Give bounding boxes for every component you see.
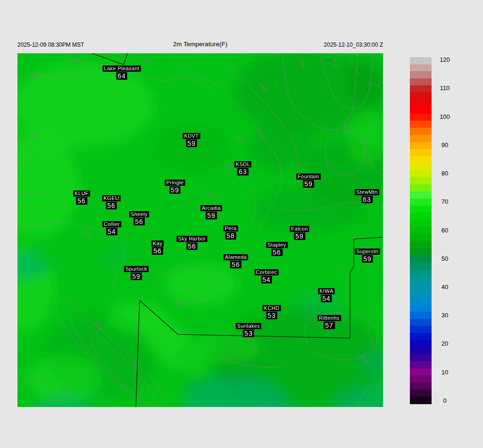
colorbar-band [410,234,432,241]
colorbar-band [410,298,432,305]
colorbar-band [410,149,432,157]
colorbar-tick-label: 20 [434,340,455,348]
weather-map-page: 2025-12-09 08:30PM MST 2m Temperature(F)… [0,0,483,448]
colorbar-band [410,361,432,369]
colorbar: 1201101009080706050403020100 [410,57,432,404]
colorbar-band [410,283,432,291]
colorbar-band [410,199,432,206]
colorbar-band [410,184,432,192]
colorbar-band [410,142,432,149]
colorbar-band [410,347,432,355]
colorbar-band [410,92,432,100]
colorbar-band [410,290,432,298]
colorbar-band [410,85,432,93]
colorbar-band [410,375,432,383]
colorbar-band [410,107,432,114]
colorbar-band [410,213,432,220]
colorbar-band [410,390,432,397]
colorbar-tick-label: 110 [434,84,455,92]
colorbar-tick-label: 100 [434,113,455,121]
map-shading [17,53,383,407]
colorbar-tick-label: 60 [434,227,455,234]
colorbar-band [410,319,432,326]
colorbar-band [410,269,432,277]
colorbar-band [410,191,432,199]
colorbar-band [410,255,432,263]
colorbar-band [410,397,432,404]
colorbar-band [410,163,432,171]
colorbar-tick-label: 0 [434,397,455,405]
colorbar-band [410,57,432,65]
colorbar-band [410,368,432,376]
colorbar-band [410,156,432,164]
colorbar-band [410,340,432,348]
colorbar-band [410,71,432,79]
colorbar-gradient [410,57,432,404]
colorbar-tick-label: 80 [434,170,455,177]
colorbar-band [410,276,432,284]
colorbar-band [410,220,432,227]
valid-time-utc: 2025-12-10_03:30:00 Z [242,41,383,48]
colorbar-band [410,78,432,86]
colorbar-band [410,262,432,270]
temperature-map: 2500200025003000350030002500250020002500… [17,53,383,407]
colorbar-band [410,312,432,319]
colorbar-band [410,100,432,107]
colorbar-band [410,354,432,362]
colorbar-tick-label: 70 [434,198,455,206]
colorbar-tick-label: 40 [434,283,455,291]
colorbar-tick-label: 50 [434,255,455,263]
colorbar-band [410,326,432,333]
colorbar-band [410,135,432,142]
colorbar-band [410,382,432,390]
colorbar-tick-label: 120 [434,56,455,64]
colorbar-band [410,128,432,135]
colorbar-band [410,170,432,178]
colorbar-band [410,121,432,128]
colorbar-band [410,333,432,340]
colorbar-band [410,227,432,234]
colorbar-tick-label: 10 [434,369,455,376]
colorbar-tick-label: 90 [434,141,455,149]
colorbar-band [410,248,432,256]
colorbar-band [410,114,432,121]
colorbar-band [410,241,432,249]
colorbar-band [410,64,432,72]
colorbar-band [410,177,432,185]
colorbar-band [410,305,432,312]
colorbar-tick-label: 30 [434,312,455,319]
colorbar-band [410,206,432,213]
